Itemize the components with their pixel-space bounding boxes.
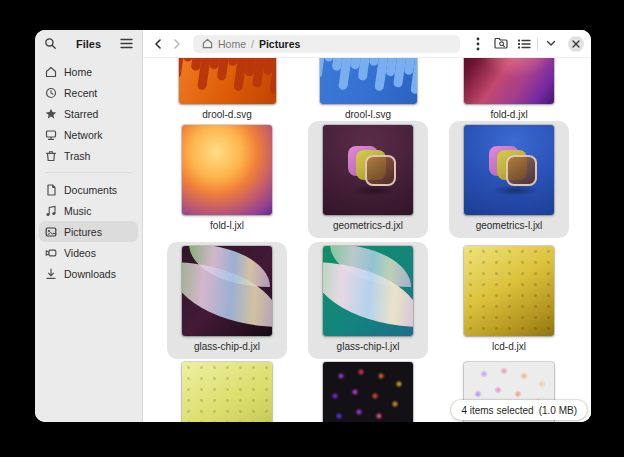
sidebar-item-videos[interactable]: Videos — [39, 242, 138, 263]
lcd-dark-thumbnail — [464, 246, 554, 336]
image-icon — [45, 226, 57, 238]
drool-light-thumbnail — [320, 58, 417, 104]
view-options — [514, 34, 561, 54]
file-item[interactable]: fold-d.jxl — [449, 58, 569, 121]
selection-count: 4 items selected — [461, 405, 533, 416]
main-pane: Home / Pictures — [143, 30, 591, 422]
sidebar-item-label: Network — [64, 129, 103, 141]
sidebar-item-trash[interactable]: Trash — [39, 145, 138, 166]
sidebar: Files Home Recent St — [35, 30, 143, 422]
lcd-light-thumbnail — [182, 362, 272, 422]
pills-dark-thumbnail — [323, 362, 413, 422]
file-name: fold-l.jxl — [210, 220, 244, 232]
file-item[interactable]: lcd-d.jxl — [449, 242, 569, 353]
download-icon — [45, 268, 57, 280]
search-icon[interactable] — [44, 37, 57, 50]
file-name: geometrics-l.jxl — [476, 220, 543, 232]
sidebar-item-label: Pictures — [64, 226, 102, 238]
trash-icon — [45, 150, 57, 162]
sidebar-item-label: Documents — [64, 184, 117, 196]
sidebar-header: Files — [35, 30, 142, 57]
breadcrumb[interactable]: Home / Pictures — [193, 35, 460, 53]
chevron-down-icon[interactable] — [541, 34, 561, 54]
breadcrumb-separator: / — [251, 38, 254, 50]
sidebar-item-network[interactable]: Network — [39, 124, 138, 145]
sidebar-list: Home Recent Starred Network — [35, 57, 142, 284]
sidebar-item-label: Trash — [64, 150, 90, 162]
file-item-selected[interactable]: geometrics-l.jxl — [449, 121, 569, 238]
file-item[interactable]: drool-d.svg — [167, 58, 287, 121]
music-note-icon — [45, 205, 57, 217]
home-icon — [202, 38, 213, 49]
breadcrumb-current[interactable]: Pictures — [259, 38, 300, 50]
file-item[interactable] — [308, 358, 428, 422]
home-icon — [45, 66, 57, 78]
list-view-icon[interactable] — [514, 34, 534, 54]
selection-size: (1.0 MB) — [539, 405, 577, 416]
network-icon — [45, 129, 57, 141]
file-name: drool-l.svg — [345, 109, 391, 121]
sidebar-item-starred[interactable]: Starred — [39, 103, 138, 124]
sidebar-item-pictures[interactable]: Pictures — [39, 221, 138, 242]
file-item-selected[interactable]: glass-chip-l.jxl — [308, 242, 428, 359]
divider — [537, 38, 538, 50]
clock-icon — [45, 87, 57, 99]
hamburger-menu-icon[interactable] — [120, 38, 133, 49]
file-name: lcd-d.jxl — [492, 341, 526, 353]
geometrics-dark-thumbnail — [323, 125, 413, 215]
file-item-selected[interactable]: geometrics-d.jxl — [308, 121, 428, 238]
files-window: Files Home Recent St — [35, 30, 591, 422]
sidebar-item-label: Recent — [64, 87, 97, 99]
app-title: Files — [76, 38, 101, 50]
headerbar: Home / Pictures — [143, 30, 591, 58]
file-item[interactable]: fold-l.jxl — [167, 121, 287, 232]
sidebar-item-home[interactable]: Home — [39, 61, 138, 82]
sidebar-item-music[interactable]: Music — [39, 200, 138, 221]
drool-dark-thumbnail — [179, 58, 276, 104]
sidebar-item-downloads[interactable]: Downloads — [39, 263, 138, 284]
fold-dark-thumbnail — [464, 58, 554, 104]
geometrics-light-thumbnail — [464, 125, 554, 215]
glass-chip-dark-thumbnail — [182, 246, 272, 336]
sidebar-separator — [45, 172, 132, 173]
folder-search-icon[interactable] — [491, 34, 511, 54]
file-item-selected[interactable]: glass-chip-d.jxl — [167, 242, 287, 359]
file-name: fold-d.jxl — [490, 109, 527, 121]
sidebar-item-recent[interactable]: Recent — [39, 82, 138, 103]
file-grid[interactable]: drool-d.svg drool-l.svg fold-d.jxl fold-… — [143, 58, 591, 422]
kebab-menu-icon[interactable] — [468, 34, 488, 54]
file-name: geometrics-d.jxl — [333, 220, 403, 232]
glass-chip-light-thumbnail — [323, 246, 413, 336]
selection-status-badge: 4 items selected (1.0 MB) — [451, 400, 587, 420]
file-name: glass-chip-l.jxl — [337, 341, 400, 353]
sidebar-item-documents[interactable]: Documents — [39, 179, 138, 200]
file-name: drool-d.svg — [202, 109, 251, 121]
close-window-button[interactable] — [568, 36, 584, 52]
sidebar-item-label: Videos — [64, 247, 96, 259]
star-icon — [45, 108, 57, 120]
file-name: glass-chip-d.jxl — [194, 341, 260, 353]
sidebar-item-label: Home — [64, 66, 92, 78]
sidebar-item-label: Music — [64, 205, 91, 217]
file-item[interactable]: drool-l.svg — [308, 58, 428, 121]
back-button[interactable] — [150, 35, 166, 53]
sidebar-item-label: Downloads — [64, 268, 116, 280]
sidebar-item-label: Starred — [64, 108, 98, 120]
breadcrumb-root[interactable]: Home — [218, 38, 246, 50]
forward-button[interactable] — [169, 35, 185, 53]
video-camera-icon — [45, 247, 57, 259]
document-icon — [45, 184, 57, 196]
fold-light-thumbnail — [182, 125, 272, 215]
file-item[interactable] — [167, 358, 287, 422]
